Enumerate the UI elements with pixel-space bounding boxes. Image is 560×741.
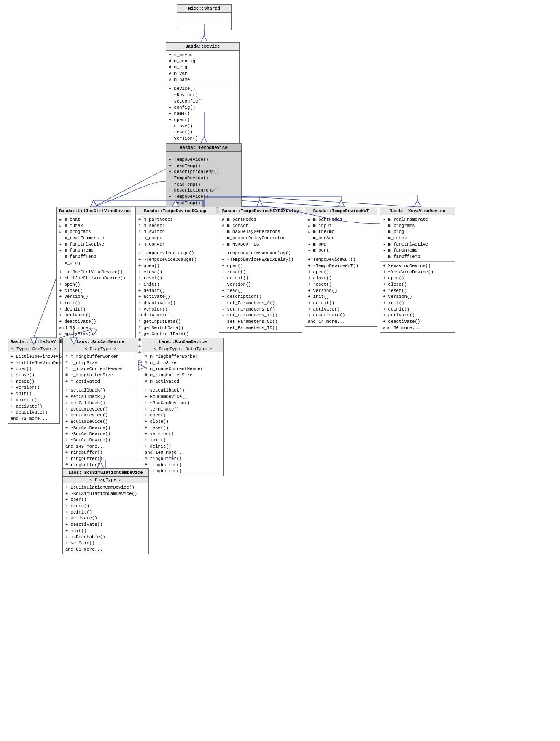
- basda-tempodgauge-attrs: # m_partNodes # m_sensor # m_switch - m_…: [136, 215, 216, 249]
- basda-tempodgauge-title: Basda::TempoDeviceDGauge: [136, 207, 216, 215]
- nice-shared-attrs: [177, 13, 231, 21]
- laos-bcusim-box: Laos::BcuSimulationCamDevice < DiagType …: [62, 468, 149, 554]
- basda-tempomsx-methods: + TempoDeviceMSXBOXDelay() + ~TempoDevic…: [219, 249, 302, 332]
- basda-littlejoe-title: Basda::LittleJoeVinoDevice: [8, 338, 59, 346]
- basda-tempomsx-box: Basda::TempoDeviceMSXBOXDelay # m_partNo…: [219, 207, 302, 333]
- basda-littlejoe-box: Basda::LittleJoeVinoDevice < Type, SrcTy…: [8, 338, 60, 424]
- basda-tempoddevice-box: Basda::TempoDevice + TempoDevice() + rea…: [166, 143, 242, 214]
- basda-tempowut-attrs: # m_partNodes # m_input # m_thermo - m_c…: [305, 215, 377, 255]
- basda-tempomsx-attrs: # m_partNodes # m_conAdr - m_maxDelayGen…: [219, 215, 302, 249]
- basda-tempowut-methods: + TempoDeviceWuT() + ~TempoDeviceWuT() +…: [305, 255, 377, 326]
- basda-tempodgauge-box: Basda::TempoDeviceDGauge # m_partNodes #…: [135, 207, 216, 357]
- basda-littlejoe-subtitle: < Type, SrcType >: [8, 346, 59, 352]
- basda-liljoe-title: Basda::LilJoeCtrlVinoDevice: [57, 207, 131, 215]
- basda-tempowut-box: Basda::TempoDeviceWuT # m_partNodes # m_…: [305, 207, 377, 327]
- basda-device-attrs: + s_async # m_config # m_cfg # m_var # m…: [166, 51, 239, 84]
- nice-shared-box: Nice::Shared: [177, 4, 232, 30]
- laos-bcucam-diag-box: Laos::BcuCamDevice < DiagType > # m_ring…: [62, 338, 138, 470]
- basda-xeva-title: Basda::XevaVinoDevice: [380, 207, 455, 215]
- basda-tempodevice-title: Basda::TempoDevice: [166, 144, 241, 152]
- laos-bcucam-diagdata-attrs: # m_ringbufferWorker # m_chipSize # m_im…: [142, 352, 223, 386]
- laos-bcusim-title: Laos::BcuSimulationCamDevice: [63, 469, 148, 477]
- laos-bcucam-diag-subtitle: < DiagType >: [63, 346, 138, 352]
- laos-bcucam-diagdata-methods: + setCallback() + BcuCamDevice() + ~BcuC…: [142, 386, 223, 476]
- basda-device-title: Basda::Device: [166, 43, 239, 51]
- basda-tempomsx-title: Basda::TempoDeviceMSXBOXDelay: [219, 207, 302, 215]
- basda-tempodevice-methods: + TempoDevice() + readTemp() + descripti…: [166, 155, 241, 214]
- basda-xeva-attrs: - m_realFramerate - m_programs - m_prog …: [380, 215, 455, 262]
- basda-liljoe-attrs: # m_chat # m_mutex # m_programs - m_real…: [57, 215, 131, 268]
- basda-tempodevice-empty: [166, 152, 241, 155]
- basda-liljoe-methods: + LilJoeCtrlVinoDevice() + ~LilJoeCtrlVi…: [57, 268, 131, 345]
- basda-liljoe-box: Basda::LilJoeCtrlVinoDevice # m_chat # m…: [56, 207, 131, 345]
- basda-xeva-box: Basda::XevaVinoDevice - m_realFramerate …: [380, 207, 455, 333]
- basda-xeva-methods: + XevaVinoDevice() + ~XevaVinoDevice() +…: [380, 262, 455, 333]
- laos-bcucam-diag-attrs: # m_ringbufferWorker # m_chipSize # m_im…: [63, 352, 138, 386]
- svg-line-14: [94, 169, 166, 207]
- laos-bcucam-diagdata-subtitle: < DiagType, DataType >: [142, 346, 223, 352]
- laos-bcucam-diagdata-box: Laos::BcuCamDevice < DiagType, DataType …: [142, 338, 224, 476]
- diagram-container: Nice::Shared Basda::Device + s_async # m…: [0, 0, 560, 741]
- basda-tempowut-title: Basda::TempoDeviceWuT: [305, 207, 377, 215]
- laos-bcucam-diag-methods: + setCallback() + setCallback() + setCal…: [63, 386, 138, 469]
- laos-bcucam-diag-title: Laos::BcuCamDevice: [63, 338, 138, 346]
- laos-bcusim-methods: + BcuSimulationCamDevice() + ~BcuSimulat…: [63, 483, 148, 554]
- laos-bcucam-diagdata-title: Laos::BcuCamDevice: [142, 338, 223, 346]
- basda-device-box: Basda::Device + s_async # m_config # m_c…: [166, 42, 240, 156]
- nice-shared-title: Nice::Shared: [177, 5, 231, 13]
- laos-bcusim-subtitle: < DiagType >: [63, 477, 148, 483]
- basda-littlejoe-methods: + LittleJoeVinoDevice() + ~LittleJoeVino…: [8, 352, 59, 423]
- nice-shared-methods: [177, 21, 231, 30]
